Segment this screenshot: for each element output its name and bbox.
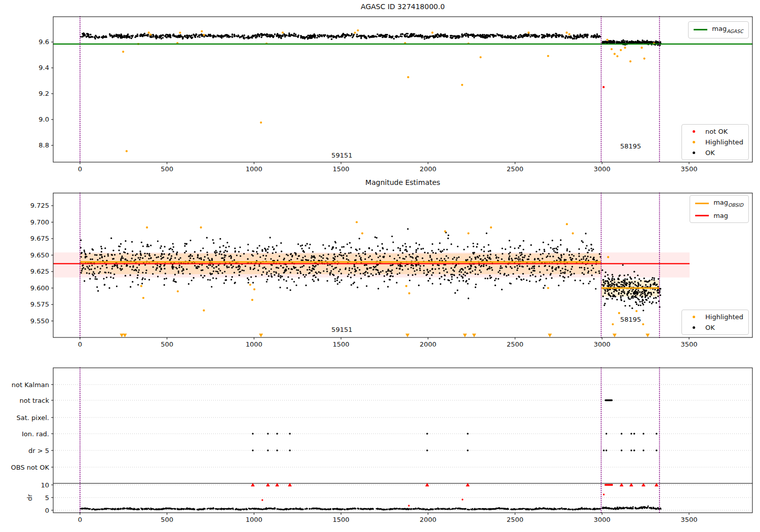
subplot-0: 9.69.49.29.08.85915158195050010001500200…	[39, 17, 752, 173]
y-tick-label: 9.550	[30, 317, 49, 325]
legend-entry: Highlighted	[687, 138, 743, 146]
orange-line-sample-icon	[695, 203, 709, 204]
figure: 9.69.49.29.08.85915158195050010001500200…	[0, 0, 760, 532]
red-dot-sample-icon	[687, 130, 701, 133]
x-tick-label: 1500	[333, 165, 350, 173]
x-tick-label: 0	[78, 340, 82, 348]
x-tick-label: 2500	[507, 165, 523, 173]
black-dot-sample-icon	[687, 151, 701, 154]
plot1-title: AGASC ID 327418000.0	[53, 3, 752, 11]
red-line-sample-icon	[695, 215, 709, 216]
plot2-legend-markers: Highlighted OK	[681, 310, 749, 335]
flag-row-label: dr > 5	[28, 447, 49, 454]
legend-entry: mag	[695, 211, 743, 220]
flag-row-points	[604, 399, 613, 401]
plot2-legend-lines: magOBSID mag	[690, 195, 749, 223]
y-tick-label: 9.650	[30, 251, 49, 259]
y-tick-label: 8.8	[39, 141, 49, 149]
legend-entry: Highlighted	[687, 313, 743, 321]
obsid-boundary-vlines	[80, 368, 660, 513]
x-tick-label: 3000	[594, 165, 611, 173]
legend-label: Highlighted	[705, 138, 743, 146]
black-dot-sample-icon	[687, 326, 701, 329]
y-tick-label: 9.4	[39, 64, 49, 71]
dr-tick-label: 10	[41, 481, 49, 489]
legend-label: not OK	[705, 127, 728, 136]
axes-frame	[53, 17, 752, 162]
y-tick-label: 9.675	[30, 235, 49, 242]
charts-canvas: 9.69.49.29.08.85915158195050010001500200…	[0, 0, 760, 532]
x-tick-label: 3500	[680, 340, 697, 348]
y-tick-label: 9.0	[39, 116, 49, 123]
x-tick-label: 0	[78, 516, 82, 523]
x-tick-label: 500	[161, 340, 173, 348]
series-not-ok	[602, 86, 604, 88]
subplot-1: 9.7259.7009.6759.6509.6259.6009.5759.550…	[30, 193, 752, 348]
legend-label: magAGASC	[712, 24, 743, 35]
legend-label: magOBSID	[713, 198, 743, 209]
x-tick-label: 3000	[594, 340, 611, 348]
x-tick-label: 1000	[246, 340, 262, 348]
dr-axis-label: dr	[26, 494, 33, 501]
legend-label: Highlighted	[705, 313, 743, 321]
x-tick-label: 1000	[246, 516, 262, 523]
y-tick-label: 9.725	[30, 202, 49, 209]
x-tick-label: 500	[161, 165, 173, 173]
series-highlighted	[122, 29, 655, 153]
x-tick-label: 0	[78, 165, 82, 173]
green-line-sample-icon	[694, 29, 707, 30]
x-tick-label: 3500	[680, 516, 697, 523]
x-tick-label: 2000	[420, 165, 436, 173]
flag-row-label: not Kalman	[12, 381, 49, 389]
y-tick-label: 9.625	[30, 268, 49, 275]
y-tick-label: 9.6	[39, 38, 49, 46]
x-tick-label: 1000	[246, 165, 262, 173]
x-tick-label: 2500	[507, 340, 523, 348]
x-tick-label: 1500	[333, 516, 350, 523]
orange-dot-sample-icon	[687, 141, 701, 143]
x-tick-label: 3500	[680, 165, 697, 173]
axes-frame	[53, 368, 752, 513]
x-tick-label: 1500	[333, 340, 350, 348]
subplot-2: not Kalmannot trackSat. pixel.Ion. rad.d…	[11, 368, 753, 523]
legend-entry: not OK	[687, 127, 743, 136]
x-tick-label: 3000	[594, 516, 611, 523]
y-tick-label: 9.700	[30, 218, 49, 226]
dr-red-points	[251, 483, 658, 507]
legend-entry: OK	[687, 323, 743, 332]
obsid-annotation: 58195	[620, 142, 641, 150]
flag-row-label: Ion. rad.	[22, 430, 49, 438]
legend-label: OK	[705, 323, 715, 332]
dr-tick-label: 5	[45, 494, 49, 502]
legend-label: OK	[705, 148, 715, 157]
legend-entry: OK	[687, 148, 743, 157]
obsid-annotation: 58195	[620, 316, 641, 323]
x-tick-label: 500	[161, 516, 173, 523]
flag-row-label: OBS not OK	[11, 464, 50, 471]
x-tick-label: 2000	[420, 340, 436, 348]
dr-trace	[80, 506, 662, 511]
clipped-low-markers	[120, 334, 650, 337]
x-tick-label: 2000	[420, 516, 436, 523]
x-tick-label: 2500	[507, 516, 523, 523]
legend-entry: magAGASC	[694, 24, 743, 35]
plot1-legend-markers: not OK Highlighted OK	[681, 124, 749, 160]
flag-row-label: Sat. pixel.	[17, 414, 49, 422]
plot2-title: Magnitude Estimates	[53, 178, 752, 186]
plot1-legend-mag-agasc: magAGASC	[688, 21, 749, 39]
legend-entry: magOBSID	[695, 198, 743, 209]
y-tick-label: 9.2	[39, 90, 49, 97]
y-tick-label: 9.575	[30, 300, 49, 308]
orange-dot-sample-icon	[687, 316, 701, 318]
flag-row-label: not track	[19, 397, 49, 404]
obsid-annotation: 59151	[331, 151, 352, 159]
obsid-annotation: 59151	[331, 326, 352, 333]
dr-tick-label: 0	[45, 507, 49, 514]
legend-label: mag	[713, 211, 728, 220]
y-tick-label: 9.600	[30, 284, 49, 292]
